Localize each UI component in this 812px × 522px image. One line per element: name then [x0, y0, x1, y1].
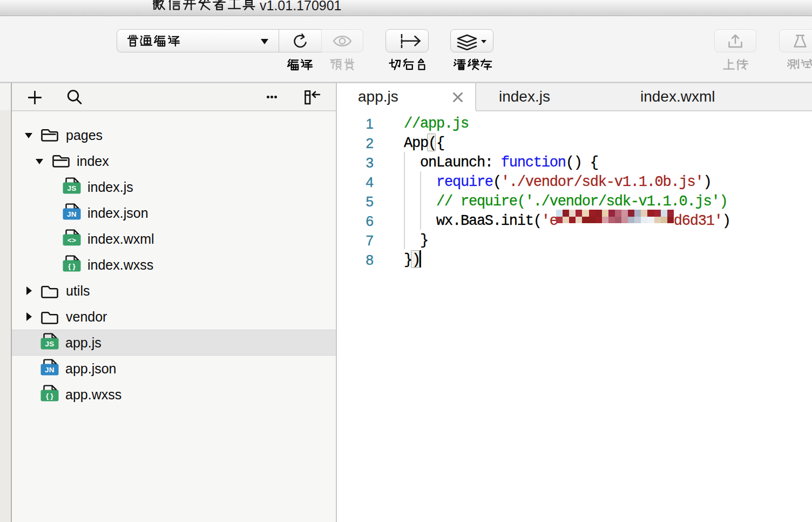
svg-text:<>: <> [67, 236, 76, 244]
svg-text:{ }: { } [68, 262, 76, 270]
svg-text:JN: JN [67, 210, 77, 218]
svg-text:{ }: { } [46, 392, 54, 400]
svg-text:JS: JS [67, 184, 76, 192]
svg-text:JS: JS [45, 340, 54, 348]
svg-text:JN: JN [45, 366, 55, 374]
